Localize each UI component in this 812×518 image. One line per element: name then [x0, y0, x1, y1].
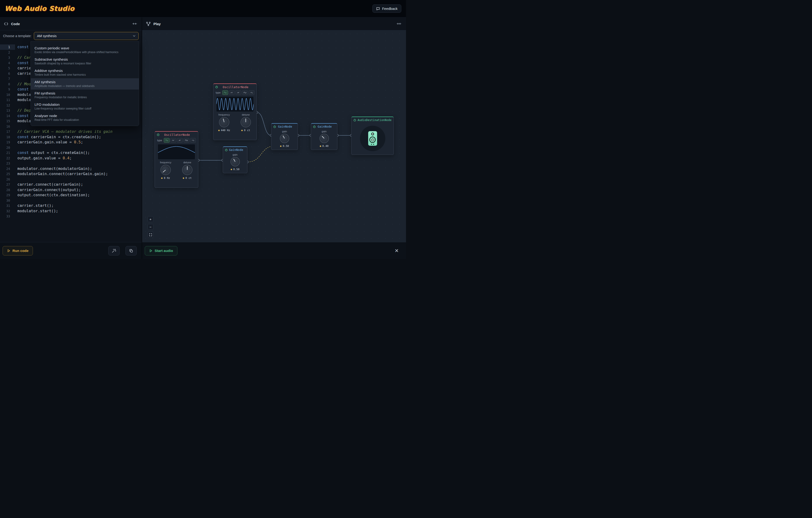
run-code-button[interactable]: Run code — [3, 246, 33, 256]
wave-sine-button[interactable] — [222, 90, 228, 95]
node-audio-destination[interactable]: AudioDestinationNode — [351, 117, 394, 155]
code-token: modulatorGain.connect(carrierGain.gain); — [18, 172, 108, 176]
code-text: const — [15, 60, 29, 66]
wave-square-button[interactable] — [242, 90, 248, 95]
param-port-dot[interactable] — [161, 177, 163, 179]
speaker-dot — [371, 144, 372, 145]
code-line: 21const output = ctx.createGain(); — [0, 150, 142, 155]
dropdown-item-subtitle: Frequency modulation for metallic timbre… — [34, 96, 135, 99]
dropdown-item[interactable]: Subtractive synthesisSawtooth shaped by … — [31, 56, 139, 67]
code-line: 24modulator.connect(modulatorGain); — [0, 166, 142, 172]
code-text: modula — [15, 97, 31, 103]
collapse-play-panel-button[interactable] — [396, 21, 402, 26]
power-icon[interactable] — [225, 148, 228, 151]
dropdown-item[interactable]: LFO modulationLow-frequency oscillator s… — [31, 101, 139, 112]
power-icon[interactable] — [157, 133, 160, 136]
wave-sawtooth-button[interactable] — [235, 90, 241, 95]
speaker-circle — [360, 126, 385, 151]
line-number: 12 — [0, 103, 15, 108]
knob-column — [235, 117, 257, 127]
line-number: 26 — [0, 177, 15, 182]
power-icon[interactable] — [273, 125, 276, 128]
knob[interactable] — [240, 117, 251, 127]
dropdown-item[interactable]: AM synthesisAmplitude modulation — tremo… — [31, 78, 139, 90]
speaker-dots — [371, 144, 374, 145]
node-gain-modulator[interactable]: GainNodegain0.50 — [223, 146, 248, 173]
template-label: Choose a template: — [3, 34, 31, 38]
code-text: // Mod — [15, 82, 31, 87]
template-dropdown-menu: Custom periodic waveExotic timbre via cr… — [31, 41, 139, 126]
param-port-dot[interactable] — [218, 130, 220, 131]
node-gain-carrier[interactable]: GainNodegain0.50 — [271, 123, 298, 150]
power-icon[interactable] — [353, 119, 356, 121]
param-port-dot[interactable] — [231, 169, 232, 170]
dropdown-item-title: LFO modulation — [34, 103, 135, 107]
feedback-button[interactable]: Feedback — [372, 4, 401, 13]
node-oscillator-modulator[interactable]: OscillatorNodetypefrequencydetune8 Hz0 c… — [154, 131, 198, 188]
gain-knob[interactable] — [320, 134, 329, 143]
magic-wand-button[interactable] — [108, 246, 120, 256]
knob[interactable] — [182, 165, 193, 175]
param-labels: frequencydetune — [213, 113, 257, 116]
param-port-dot[interactable] — [241, 130, 243, 131]
code-line: 23 — [0, 161, 142, 166]
code-token: output = ctx.createGain(); — [31, 150, 90, 155]
knob[interactable] — [161, 165, 171, 175]
code-text: carrie — [15, 65, 31, 71]
line-number: 9 — [0, 87, 15, 92]
gain-value: 0.50 — [223, 168, 247, 171]
zoom-in-button[interactable]: + — [148, 216, 153, 222]
knob-row — [223, 157, 247, 166]
template-select[interactable]: AM synthesis — [34, 32, 139, 40]
code-text — [15, 50, 18, 55]
node-oscillator-carrier[interactable]: OscillatorNodetypefrequencydetune440 Hz0… — [213, 83, 257, 140]
power-icon[interactable] — [313, 125, 316, 128]
code-line: 28carrierGain.connect(output); — [0, 187, 142, 193]
template-row: Choose a template: AM synthesis — [0, 30, 142, 41]
collapse-code-panel-button[interactable] — [131, 21, 138, 26]
dropdown-item[interactable]: Analyser nodeReal-time FFT data for visu… — [31, 112, 139, 123]
param-port-dot[interactable] — [280, 145, 282, 147]
speaker-icon — [368, 131, 377, 146]
patch-cables-icon — [146, 22, 151, 26]
dropdown-item[interactable]: Additive synthesisTimbre built from stac… — [31, 67, 139, 78]
knob-pointer — [163, 170, 166, 173]
play-panel-header: Play — [142, 18, 406, 30]
close-button[interactable]: ✕ — [392, 247, 401, 255]
code-text — [15, 177, 18, 182]
wave-square-button[interactable] — [183, 138, 190, 143]
knob-column — [176, 165, 198, 175]
wave-triangle-button[interactable] — [170, 138, 176, 143]
wave-sine-button[interactable] — [164, 138, 170, 143]
param-values: 0.50 — [271, 145, 298, 148]
gain-knob[interactable] — [280, 134, 289, 143]
code-token: carrier.start(); — [18, 203, 54, 208]
wave-sawtooth-button[interactable] — [177, 138, 183, 143]
param-port-dot[interactable] — [320, 145, 321, 147]
line-number: 23 — [0, 161, 15, 166]
code-token: carrie — [18, 71, 31, 76]
gain-knob[interactable] — [231, 157, 240, 166]
wave-custom-button[interactable] — [190, 138, 196, 143]
node-graph-canvas[interactable]: OscillatorNodetypefrequencydetune440 Hz0… — [142, 30, 406, 242]
code-line: 30 — [0, 198, 142, 203]
copy-code-button[interactable] — [125, 246, 137, 256]
code-text — [15, 103, 18, 108]
wave-triangle-button[interactable] — [229, 90, 235, 95]
dropdown-item[interactable]: Custom periodic waveExotic timbre via cr… — [31, 45, 139, 56]
power-icon[interactable] — [215, 86, 218, 88]
node-gain-output[interactable]: GainNodegain0.40 — [311, 123, 338, 150]
knob[interactable] — [219, 117, 229, 127]
dropdown-item[interactable]: FM synthesisFrequency modulation for met… — [31, 90, 139, 101]
param-value-text: 0 ct — [185, 176, 192, 179]
param-port-dot[interactable] — [183, 177, 184, 179]
node-header: GainNode — [223, 147, 247, 153]
zoom-out-button[interactable]: − — [148, 224, 153, 230]
start-audio-button[interactable]: Start audio — [145, 246, 177, 256]
play-outline-icon — [7, 249, 10, 252]
code-text: const — [15, 45, 29, 50]
zoom-fit-button[interactable] — [148, 232, 153, 238]
wave-custom-button[interactable] — [249, 90, 255, 95]
audio-wire[interactable] — [257, 112, 271, 135]
gain-label: gain — [271, 130, 298, 133]
